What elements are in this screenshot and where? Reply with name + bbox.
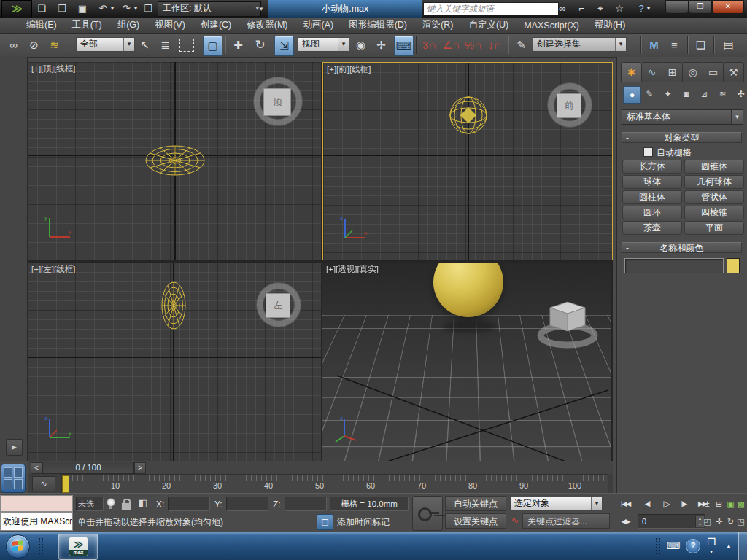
- communication-center-icon[interactable]: ⌖: [592, 1, 608, 17]
- previous-frame-icon[interactable]: ◀|: [638, 497, 657, 511]
- rollout-name-color[interactable]: - 名称和颜色: [622, 242, 742, 253]
- primitive-button-cylinder[interactable]: 圆柱体: [622, 190, 682, 204]
- use-pivot-center-icon[interactable]: ◉: [352, 36, 370, 55]
- workspace-switch-icon[interactable]: ❐: [140, 1, 156, 17]
- wireframe-sphere-left[interactable]: [158, 279, 190, 332]
- select-and-manipulate-icon[interactable]: ✢: [372, 36, 390, 55]
- tray-windows-dropdown-icon[interactable]: ▾: [703, 544, 719, 560]
- close-button[interactable]: ✕: [712, 0, 744, 14]
- favorites-star-icon[interactable]: ☆: [611, 1, 627, 17]
- select-object-icon[interactable]: ↖: [136, 36, 154, 55]
- edit-named-selection-sets-icon[interactable]: ✎: [512, 36, 530, 55]
- rollout-object-type[interactable]: - 对象类型: [622, 132, 742, 143]
- new-file-icon[interactable]: ❏: [34, 1, 50, 17]
- zoom-extents-all-icon[interactable]: ▩: [735, 497, 746, 511]
- go-to-start-icon[interactable]: |◀◀: [616, 497, 635, 511]
- primitive-button-cone[interactable]: 圆锥体: [684, 160, 744, 174]
- selection-filter-dropdown[interactable]: 全部 ▾: [76, 37, 135, 52]
- key-filters-button[interactable]: 关键点过滤器...: [522, 513, 610, 529]
- unlink-selection-icon[interactable]: ⊘: [25, 36, 43, 55]
- menu-rendering[interactable]: 渲染(R): [422, 19, 453, 31]
- help-dropdown-icon[interactable]: ▾: [645, 1, 652, 17]
- workspace-dropdown[interactable]: 工作区: 默认 ▾: [158, 1, 261, 17]
- zoom-icon[interactable]: ±: [702, 497, 713, 511]
- zoom-extents-icon[interactable]: ▣: [725, 497, 736, 511]
- category-geometry-icon[interactable]: ●: [623, 86, 641, 104]
- category-systems-icon[interactable]: ✣: [732, 86, 747, 102]
- menu-edit[interactable]: 编辑(E): [26, 19, 57, 31]
- viewcube-face[interactable]: 左: [266, 293, 290, 318]
- primitive-button-box[interactable]: 长方体: [622, 160, 682, 174]
- viewcube-face[interactable]: 顶: [263, 88, 291, 116]
- autogrid-checkbox[interactable]: [643, 147, 653, 157]
- undo-dropdown-icon[interactable]: ▾: [109, 1, 116, 17]
- viewport-left[interactable]: 左 z y [+][左][线框]: [28, 262, 321, 461]
- toolbar-overflow-icon[interactable]: ▾: [257, 1, 266, 17]
- app-logo-button[interactable]: ≫: [1, 0, 32, 19]
- viewport-label[interactable]: [+][左][线框]: [31, 264, 75, 275]
- show-hidden-icons-arrow[interactable]: ▲: [721, 538, 737, 554]
- rectangular-selection-region-icon[interactable]: [179, 39, 194, 52]
- previous-frame-arrow[interactable]: <: [31, 462, 42, 474]
- snaps-toggle-icon[interactable]: 3∩: [420, 36, 438, 55]
- primitive-button-sphere[interactable]: 球体: [622, 175, 682, 189]
- field-of-view-icon[interactable]: ◰: [702, 514, 713, 529]
- tab-create[interactable]: ✱: [621, 62, 642, 82]
- angle-snap-icon[interactable]: ∠∩: [442, 36, 460, 55]
- auto-key-button[interactable]: 自动关键点: [445, 496, 506, 511]
- viewport-front[interactable]: 前 z x [+][前][线框]: [322, 62, 613, 260]
- menu-animation[interactable]: 动画(A): [303, 19, 333, 31]
- viewport-label[interactable]: [+][前][线框]: [327, 64, 371, 75]
- y-coordinate-field[interactable]: [226, 497, 268, 511]
- x-coordinate-field[interactable]: [168, 497, 210, 511]
- manage-layers-icon[interactable]: ❏: [692, 36, 710, 55]
- reference-coordinate-dropdown[interactable]: 视图 ▾: [298, 37, 349, 52]
- viewport-label[interactable]: [+][顶][线框]: [31, 63, 75, 74]
- category-spacewarps-icon[interactable]: ≋: [714, 86, 731, 102]
- select-and-move-icon[interactable]: ✚: [229, 36, 247, 55]
- menu-group[interactable]: 组(G): [117, 19, 140, 31]
- redo-dropdown-icon[interactable]: ▾: [132, 1, 139, 17]
- object-color-swatch[interactable]: [727, 258, 740, 273]
- play-animation-icon[interactable]: ▷: [657, 497, 676, 511]
- next-frame-icon[interactable]: |▶: [674, 497, 694, 511]
- wireframe-sphere-top[interactable]: [142, 142, 208, 179]
- selection-set-dropdown[interactable]: 选定对象 ▾: [510, 497, 603, 511]
- menu-modifiers[interactable]: 修改器(M): [247, 19, 287, 31]
- menu-views[interactable]: 视图(V): [155, 19, 185, 31]
- menu-graph-editors[interactable]: 图形编辑器(D): [349, 19, 407, 31]
- align-icon[interactable]: ≡: [665, 36, 684, 55]
- add-time-tag[interactable]: 添加时间标记: [337, 516, 390, 529]
- category-helpers-icon[interactable]: ⊿: [696, 86, 713, 102]
- viewport-perspective[interactable]: z [+][透视][真实]: [322, 262, 611, 461]
- key-login-icon[interactable]: ⌐: [573, 1, 589, 17]
- primitive-button-plane[interactable]: 平面: [684, 221, 744, 235]
- menu-maxscript[interactable]: MAXScript(X): [524, 20, 579, 31]
- zoom-all-icon[interactable]: ⊞: [713, 497, 724, 511]
- maxscript-mini-listener-input[interactable]: [0, 495, 73, 512]
- next-frame-arrow[interactable]: >: [134, 462, 146, 474]
- spinner-snap-icon[interactable]: ↕∩: [486, 36, 504, 55]
- z-coordinate-field[interactable]: [285, 497, 327, 511]
- search-icon[interactable]: ∞: [554, 1, 570, 17]
- taskbar-3dsmax-button[interactable]: ≫ max: [58, 534, 98, 560]
- tray-help-icon[interactable]: ?: [686, 539, 700, 553]
- viewcube-3d[interactable]: [534, 296, 601, 351]
- select-and-scale-icon[interactable]: ⇲: [274, 36, 294, 56]
- primitive-button-tube[interactable]: 管状体: [684, 190, 744, 204]
- window-crossing-toggle-icon[interactable]: ▢: [203, 36, 222, 56]
- mirror-icon[interactable]: M: [645, 36, 663, 55]
- trackbar-ruler[interactable]: 0 10 20 30 40 50 60 70 80 90 100: [61, 474, 608, 494]
- save-file-icon[interactable]: ▣: [74, 1, 90, 17]
- start-button[interactable]: [6, 534, 30, 559]
- menu-tools[interactable]: 工具(T): [72, 19, 102, 31]
- primitive-category-dropdown[interactable]: 标准基本体 ▾: [622, 109, 743, 125]
- category-lights-icon[interactable]: ✦: [659, 86, 676, 102]
- current-frame-field[interactable]: 0 ▴▾: [638, 514, 705, 529]
- show-desktop-button[interactable]: [738, 532, 747, 560]
- minimize-button[interactable]: —: [665, 0, 689, 14]
- tab-utilities[interactable]: ⚒: [723, 62, 744, 82]
- menu-customize[interactable]: 自定义(U): [468, 19, 508, 31]
- viewcube-face[interactable]: 前: [557, 93, 581, 118]
- expand-panel-arrow-icon[interactable]: ▶: [6, 439, 23, 456]
